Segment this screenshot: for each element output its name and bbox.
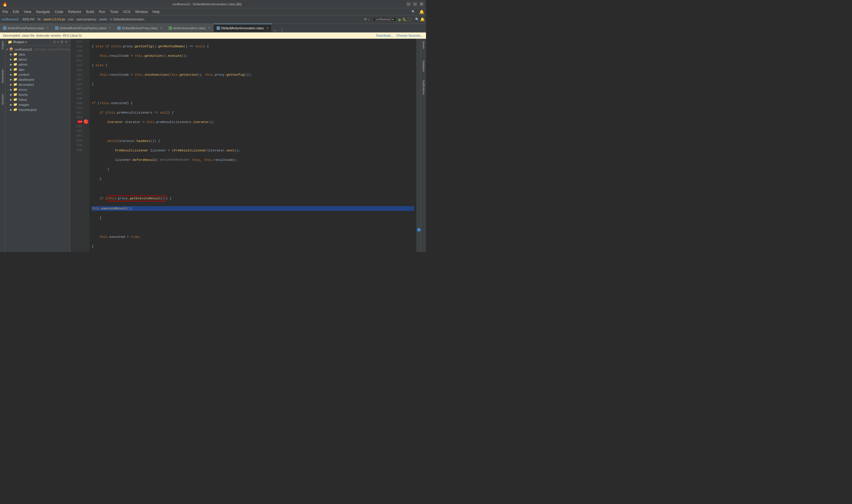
settings-icon[interactable]: 🔔: [420, 17, 425, 22]
code-line-137: while(iterator.hasNext()) {: [92, 139, 414, 143]
sync-icon[interactable]: ⟲: [364, 17, 366, 21]
debug-run-icon[interactable]: 🐛: [403, 17, 407, 21]
tab-icon-3: [117, 26, 121, 30]
tabs-overflow[interactable]: ⌄: [272, 28, 278, 32]
project-dropdown-icon[interactable]: ▾: [25, 40, 27, 44]
minimize-button[interactable]: —: [406, 2, 411, 6]
sidebar: 📁 Project ▾ ⊙ ≡ ⚙ ✕ ▾ 📦 confluence2 E:\0…: [5, 39, 70, 252]
errors-folder-icon: 📁: [13, 88, 17, 91]
tree-fixonly[interactable]: ▶ 📁 fixonly: [5, 92, 70, 97]
maven-vtab[interactable]: Maven: [421, 40, 426, 50]
database-vtab[interactable]: Database: [421, 59, 426, 73]
panel-settings-icon[interactable]: ⚙: [60, 40, 64, 44]
menu-file[interactable]: File: [0, 8, 10, 15]
debug-position-indicator: [417, 228, 421, 232]
close-button[interactable]: ✕: [419, 2, 424, 6]
tree-content[interactable]: ▶ 📁 content: [5, 72, 70, 77]
breadcrumb-class: ⚙: [110, 18, 112, 21]
images-arrow: ▶: [10, 103, 12, 106]
tree-admin[interactable]: ▶ 📁 admin: [5, 62, 70, 67]
tab-close-5[interactable]: ✕: [266, 26, 269, 30]
tab-close-4[interactable]: ✕: [208, 26, 210, 30]
code-text-area[interactable]: } else if (this.proxy.getConfig().getMet…: [89, 39, 417, 252]
project-panel-header: 📁 Project ▾ ⊙ ≡ ⚙ ✕: [5, 39, 70, 46]
structure-vtab[interactable]: Structure: [1, 93, 5, 106]
sep3: /: [41, 17, 42, 22]
tab-label-4: ActionInvocation.class: [174, 26, 205, 30]
project-selector[interactable]: confluence2 ▾: [373, 17, 396, 22]
tab-defaultactionproxyfactory[interactable]: DefaultActionProxyFactory.class ✕: [52, 24, 114, 32]
tree-root[interactable]: ▾ 📦 confluence2 E:\03code_environment\02…: [5, 47, 70, 52]
menu-edit[interactable]: Edit: [10, 8, 21, 15]
maximize-button[interactable]: □: [413, 2, 417, 6]
importexport-arrow: ▶: [10, 108, 12, 111]
collapse-icon[interactable]: ≡: [57, 40, 59, 44]
project-vtab[interactable]: Project: [1, 40, 5, 51]
tree-decorators[interactable]: ▶ 📁 decorators: [5, 82, 70, 87]
panel-close-icon[interactable]: ✕: [65, 40, 68, 44]
code-content[interactable]: 127128129130131 132133134135136 13713813…: [70, 39, 421, 252]
menu-help[interactable]: Help: [150, 8, 162, 15]
project-panel-icons: ⊙ ≡ ⚙ ✕: [53, 40, 68, 44]
right-vtabs: Maven Database Notifications: [421, 39, 426, 252]
menu-view[interactable]: View: [21, 8, 34, 15]
decompile-banner: Decompiled .class file, bytecode version…: [0, 33, 426, 39]
breadcrumb-webinf: WEB-INF: [22, 18, 35, 21]
search-everywhere-icon[interactable]: 🔍: [415, 17, 419, 21]
breadcrumb-opensymphony: opensymphony: [76, 18, 96, 21]
run-icon[interactable]: ▶: [398, 17, 402, 22]
sep7: /: [108, 17, 109, 22]
menu-refactor[interactable]: Refactor: [66, 8, 84, 15]
tab-label-5: DefaultActionInvocation.class: [221, 26, 264, 30]
tab-defaultactioninvocation[interactable]: DefaultActionInvocation.class ✕: [214, 24, 272, 32]
tab-close-1[interactable]: ✕: [47, 26, 49, 30]
code-line-146: [92, 225, 414, 230]
bookmarks-vtab[interactable]: Bookmarks: [1, 68, 5, 84]
menu-navigate[interactable]: Navigate: [34, 8, 52, 15]
project-label: confluence2: [1, 18, 18, 21]
search-icon[interactable]: 🔍: [409, 10, 417, 13]
sep1: /: [20, 17, 21, 22]
tree-dashboard[interactable]: ▶ 📁 dashboard: [5, 77, 70, 82]
menu-tools[interactable]: Tools: [108, 8, 121, 15]
menu-build[interactable]: Build: [84, 8, 96, 15]
tree-importexport[interactable]: ▶ 📁 importexport: [5, 107, 70, 112]
about-label: about: [19, 58, 27, 61]
menu-run[interactable]: Run: [96, 8, 108, 15]
code-line-145: }: [92, 216, 414, 220]
content-folder-icon: 📁: [13, 72, 17, 76]
stop-icon[interactable]: ⬛: [407, 17, 412, 21]
tab-label-3: DefaultActionProxy.class: [122, 26, 158, 30]
tab-close-3[interactable]: ✕: [160, 26, 162, 30]
code-line-132: [92, 91, 414, 96]
tree-errors[interactable]: ▶ 📁 errors: [5, 87, 70, 92]
breadcrumb-com: com: [68, 18, 74, 21]
sep2: /: [36, 17, 37, 22]
sep5: /: [75, 17, 75, 22]
tree-idea[interactable]: ▶ 📁 idea: [5, 52, 70, 57]
tree-images[interactable]: ▶ 📁 images: [5, 102, 70, 107]
code-line-136: [92, 129, 414, 134]
tree-about[interactable]: ▶ 📁 about: [5, 57, 70, 62]
menu-code[interactable]: Code: [52, 8, 66, 15]
breadcrumb-jar: xwork-1.0.3.6.jar: [43, 18, 66, 21]
tree-follow[interactable]: ▶ 📁 follow: [5, 97, 70, 102]
follow-arrow: ▶: [10, 98, 12, 101]
tree-ajax[interactable]: ▶ 📁 ajax: [5, 67, 70, 72]
notifications-vtab[interactable]: Notifications: [421, 79, 426, 96]
tab-close-2[interactable]: ✕: [109, 26, 111, 30]
choose-sources-link[interactable]: Choose Sources...: [396, 34, 423, 37]
tab-defaultactionproxy[interactable]: DefaultActionProxy.class ✕: [114, 24, 166, 32]
tabs-menu[interactable]: ⋮: [278, 28, 286, 32]
editor-scrollbar[interactable]: [417, 39, 421, 252]
tab-actionproxyfactory[interactable]: ActionProxyFactory.class ✕: [0, 24, 52, 32]
menu-window[interactable]: Window: [133, 8, 150, 15]
tab-actioninvocation[interactable]: ActionInvocation.class ✕: [166, 24, 214, 32]
locate-icon[interactable]: ⊙: [53, 40, 56, 44]
code-line-142: [92, 186, 414, 191]
download-link[interactable]: Download...: [376, 34, 393, 37]
menu-vcs[interactable]: VCS: [121, 8, 133, 15]
notification-icon[interactable]: 🔔: [417, 10, 426, 14]
back-icon[interactable]: ←: [367, 18, 371, 21]
main-toolbar: confluence2 / WEB-INF / lib / xwork-1.0.…: [0, 15, 426, 24]
